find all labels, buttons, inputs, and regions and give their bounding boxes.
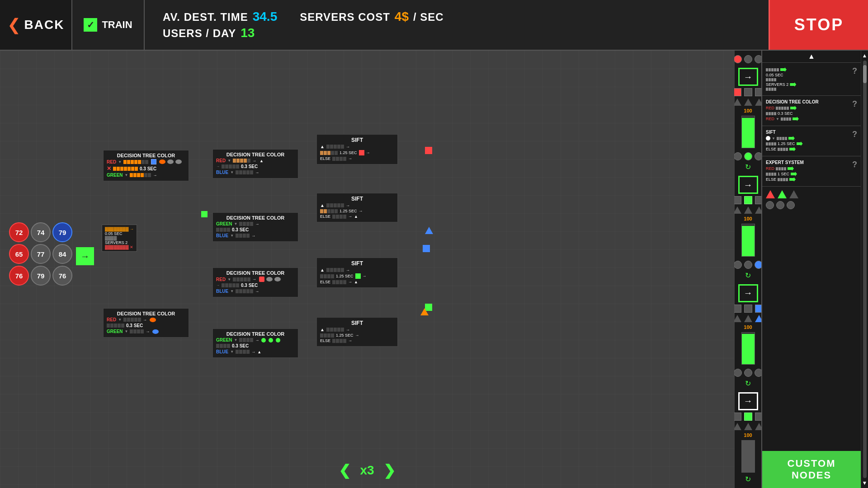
mult-right-chevron[interactable]: ❯ <box>383 462 396 479</box>
refresh-icon-4[interactable]: ↻ <box>745 475 751 483</box>
refresh-icon-2[interactable]: ↻ <box>745 271 751 280</box>
scroll-up-icon: ▲ <box>808 52 815 60</box>
sidebar-circle-gray-3 <box>787 201 795 209</box>
dt-node-1-color: RED <box>107 160 116 164</box>
circle-gray-7 <box>734 369 742 377</box>
sidebar-expert-red: RED <box>766 166 774 171</box>
sidebar-shapes-section <box>762 187 861 213</box>
server-bar-1 <box>766 68 779 71</box>
multiplier-bar: ❮ x3 ❯ <box>339 462 395 479</box>
sidebar-expert-bar1 <box>776 167 786 170</box>
connections-svg <box>0 51 136 118</box>
shape-row-1 <box>733 88 763 96</box>
sq-gray-3 <box>733 196 741 204</box>
custom-nodes-label: CUSTOM <box>769 458 854 469</box>
circle-row-3 <box>734 261 763 269</box>
server-row-1 <box>766 67 857 72</box>
meter-bar-1 <box>741 116 755 148</box>
circle-green-1 <box>744 152 752 160</box>
score-grid: 72 74 79 65 77 84 76 79 76 <box>9 222 72 286</box>
sq-gray-6 <box>744 305 752 313</box>
meter-bar-3 <box>741 332 755 365</box>
shape-row-tri-2 <box>733 206 763 214</box>
green-box-arrow-1[interactable]: → <box>738 68 758 86</box>
mult-value: x3 <box>360 463 374 478</box>
per-sec-label: / SEC <box>413 11 444 23</box>
meter-bar-2 <box>741 224 755 256</box>
dt-node-1: DECISION TREE COLOR RED ▼ ✕ 0.3 SEC <box>103 150 189 181</box>
arrow-icon-4: → <box>744 396 753 406</box>
flow-arrow-button[interactable]: → <box>76 247 94 265</box>
sidebar-sift-row-2: 1.25 SEC <box>766 141 857 146</box>
tri-gray-1 <box>733 99 741 106</box>
train-checkbox <box>84 18 97 32</box>
refresh-icon-3[interactable]: ↻ <box>745 379 751 388</box>
train-button[interactable]: TRAIN <box>72 0 145 50</box>
sift-2-title: SIFT <box>320 196 394 202</box>
dt-node-6-title: DECISION TREE COLOR <box>216 331 295 337</box>
tri-gray-4 <box>733 206 741 214</box>
circle-row-2 <box>734 152 763 160</box>
score-74: 74 <box>31 222 51 242</box>
question-icon-4: ? <box>852 160 857 169</box>
tri-gray-9 <box>733 423 741 430</box>
train-label: TRAIN <box>102 19 132 31</box>
arrow-icon-2: → <box>744 180 753 190</box>
sidebar-tri-row-1 <box>766 190 857 198</box>
server-sec-label: 0.05 SEC <box>766 73 783 77</box>
stop-button[interactable]: STOP <box>769 0 868 50</box>
sift-4-title: SIFT <box>320 320 394 326</box>
refresh-icon-1[interactable]: ↻ <box>745 163 751 171</box>
circle-gray-1 <box>744 55 752 63</box>
score-72: 72 <box>9 222 29 242</box>
main-area: 72 74 79 65 77 84 76 79 76 → ▓▓▓▓▓▓▓▓ → … <box>0 51 868 488</box>
scroll-up-arrow[interactable]: ▲ <box>862 52 868 59</box>
sidebar-expert-row-2: 1 SEC <box>766 172 857 176</box>
dt-node-5: DECISION TREE COLOR RED ▼ → 0.3 SEC GREE… <box>103 308 189 338</box>
green-box-arrow-2[interactable]: → <box>738 176 758 194</box>
green-box-arrow-4[interactable]: → <box>738 392 758 410</box>
dt-node-5-title: DECISION TREE COLOR <box>107 311 185 316</box>
canvas-area[interactable]: 72 74 79 65 77 84 76 79 76 → ▓▓▓▓▓▓▓▓ → … <box>0 51 734 488</box>
sift-node-4: SIFT ▲ → 1.25 SEC → ELSE → <box>316 317 398 347</box>
arrow-icon-1: → <box>744 72 753 82</box>
sidebar-dt-bar3 <box>781 117 791 121</box>
server-row-5 <box>766 88 857 91</box>
sidebar-dt-title: DECISION TREE COLOR <box>766 99 857 104</box>
shape-row-4 <box>733 413 763 421</box>
meter-fill-3 <box>742 334 755 364</box>
mult-left-chevron[interactable]: ❮ <box>339 462 351 479</box>
meter-fill-1 <box>742 118 755 148</box>
sidebar-expert-bar3 <box>778 178 788 181</box>
stats-panel: AV. DEST. TIME 34.5 SERVERS COST 4$ / SE… <box>145 0 769 50</box>
green-box-arrow-3[interactable]: → <box>738 284 758 302</box>
dt-node-2-title: DECISION TREE COLOR <box>216 152 295 157</box>
av-dest-label: AV. DEST. TIME <box>163 11 248 23</box>
back-label: BACK <box>24 18 65 32</box>
circle-gray-3 <box>734 152 742 160</box>
sidebar-dt-red1: RED <box>766 106 774 110</box>
av-dest-value: 34.5 <box>253 9 278 24</box>
sq-red-1 <box>733 88 741 96</box>
custom-nodes-label-2: NODES <box>769 469 854 481</box>
shape-row-tri-1 <box>733 99 763 106</box>
sidebar-dt-red2: RED <box>766 117 774 121</box>
score-65: 65 <box>9 244 29 264</box>
meter-label-3: 100 <box>744 324 752 330</box>
top-circle-row <box>734 55 763 63</box>
scroll-down-arrow[interactable]: ▼ <box>862 480 868 486</box>
dt-node-6: DECISION TREE COLOR GREEN ▼ → 0.3 SEC BL… <box>212 328 298 358</box>
back-button[interactable]: ❮ BACK <box>0 0 72 50</box>
sidebar-section-dt: ? DECISION TREE COLOR RED 0.3 SEC RED ▼ <box>762 96 861 126</box>
shape-row-tri-4 <box>733 423 763 430</box>
server-row-3 <box>766 78 857 81</box>
sidebar-circle-row-1 <box>766 201 857 209</box>
scroll-up-button[interactable]: ▲ <box>762 51 861 63</box>
custom-nodes-button[interactable]: CUSTOM NODES <box>762 451 861 488</box>
servers-cost-value: 4$ <box>395 9 409 24</box>
sidebar-circle-gray-2 <box>776 201 784 209</box>
score-79b: 79 <box>31 266 51 286</box>
sidebar-sift-row-3: ELSE <box>766 147 857 151</box>
sift-node-3: SIFT ▲ → 1.25 SEC → ELSE → ▲ <box>316 258 398 288</box>
circle-red-top <box>734 55 742 63</box>
